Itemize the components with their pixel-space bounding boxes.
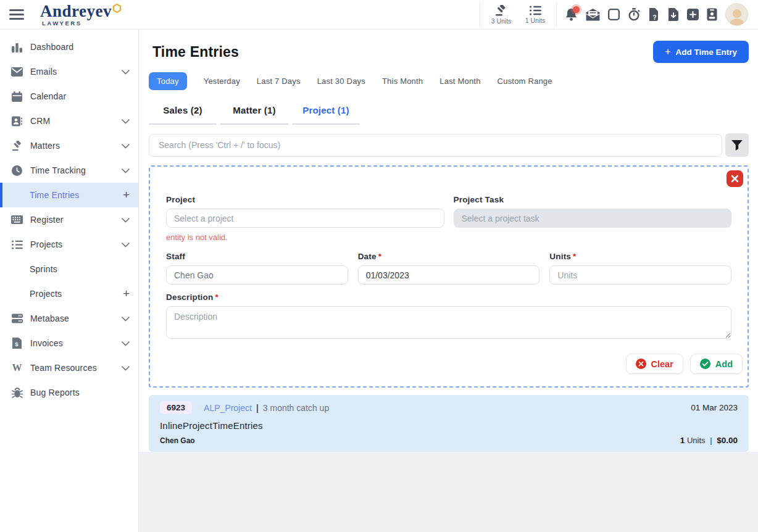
chevron-down-icon <box>122 141 130 151</box>
sidebar-item-time-entries[interactable]: Time Entries <box>0 183 138 207</box>
calendar-icon <box>11 91 23 102</box>
sidebar-item-register[interactable]: Register <box>0 207 138 232</box>
tab-project[interactable]: Project (1) <box>292 98 360 125</box>
task-units-label: 1 Units <box>525 17 546 24</box>
staff-field-group: Staff <box>166 252 348 285</box>
chevron-down-icon <box>122 338 130 348</box>
divider <box>556 2 557 27</box>
project-task-label: Project Task <box>454 195 732 204</box>
plus-icon <box>665 46 670 57</box>
mail-open-icon[interactable] <box>586 9 600 21</box>
hexagon-icon <box>112 4 122 15</box>
required-asterisk: * <box>215 293 218 302</box>
id-card-icon[interactable] <box>707 8 717 21</box>
date-filter-last-month[interactable]: Last Month <box>439 77 480 86</box>
date-filter-bar: Today Yesterday Last 7 Days Last 30 Days… <box>149 72 749 90</box>
date-filter-last-30-days[interactable]: Last 30 Days <box>317 77 365 86</box>
file-download-icon[interactable] <box>668 8 679 21</box>
date-filter-today[interactable]: Today <box>149 72 187 90</box>
staff-select[interactable] <box>166 265 348 285</box>
sidebar-item-emails[interactable]: Emails <box>0 59 138 84</box>
entry-id-badge: 6923 <box>160 401 192 414</box>
check-circle-icon <box>700 359 710 369</box>
sidebar-item-invoices[interactable]: $ Invoices <box>0 331 138 355</box>
description-textarea[interactable] <box>166 306 731 339</box>
date-filter-custom-range[interactable]: Custom Range <box>498 77 552 86</box>
list-icon <box>11 240 23 249</box>
entry-description: InlineProjectTimeEntries <box>160 420 738 431</box>
project-select[interactable] <box>166 209 444 228</box>
sidebar-item-time-tracking[interactable]: Time Tracking <box>0 158 138 183</box>
task-units-counter[interactable]: 1 Units <box>522 6 548 24</box>
hamburger-menu-icon[interactable] <box>9 7 24 22</box>
chevron-down-icon <box>122 67 130 77</box>
tab-matter[interactable]: Matter (1) <box>220 98 288 125</box>
date-label: Date* <box>358 252 540 261</box>
sidebar-item-projects-sub[interactable]: Projects <box>0 281 138 306</box>
search-input[interactable] <box>149 134 722 157</box>
project-error-text: entity is not valid. <box>166 233 444 242</box>
tab-sales[interactable]: Sales (2) <box>149 98 217 125</box>
funnel-icon <box>731 140 743 151</box>
clear-button[interactable]: Clear <box>626 354 683 374</box>
units-field-group: Units* <box>549 252 731 285</box>
matter-units-counter[interactable]: 3 Units <box>488 5 514 25</box>
entry-staff-name: Chen Gao <box>160 436 195 445</box>
contact-card-icon <box>11 116 23 127</box>
avatar[interactable] <box>725 3 748 26</box>
bell-icon[interactable] <box>565 8 578 22</box>
plus-square-icon[interactable] <box>687 9 699 20</box>
units-input[interactable] <box>549 265 731 285</box>
stopwatch-icon[interactable] <box>628 8 640 21</box>
entry-units-amount: 1 Units | $0.00 <box>680 436 738 445</box>
sidebar-item-matters[interactable]: Matters <box>0 133 138 158</box>
description-field-group: Description* <box>166 293 731 341</box>
date-filter-yesterday[interactable]: Yesterday <box>204 77 240 86</box>
x-circle-icon <box>636 359 646 369</box>
date-filter-last-7-days[interactable]: Last 7 Days <box>257 77 301 86</box>
matter-units-label: 3 Units <box>491 17 512 25</box>
inline-time-entry-form: Project entity is not valid. Project Tas… <box>149 165 749 388</box>
list-icon <box>530 6 541 15</box>
add-time-entry-button[interactable]: Add Time Entry <box>653 41 749 63</box>
file-question-icon[interactable]: ? <box>648 8 660 21</box>
divider <box>480 2 480 27</box>
sidebar-item-projects[interactable]: Projects <box>0 232 138 257</box>
topbar: Andreyev LAWYERS 3 Units 1 Units <box>0 0 758 30</box>
logo-wordmark: Andreyev <box>40 3 112 20</box>
main-area: Time Entries Add Time Entry Today Yester… <box>139 30 758 532</box>
sidebar-item-team-resources[interactable]: Team Resources <box>0 355 138 380</box>
time-entry-row[interactable]: 6923 ALP_Project | 3 month catch up 01 M… <box>149 395 749 452</box>
gavel-icon <box>495 5 507 16</box>
sidebar-item-sprints[interactable]: Sprints <box>0 257 138 281</box>
add-button[interactable]: Add <box>690 354 743 374</box>
description-label: Description* <box>166 293 731 302</box>
close-form-button[interactable] <box>727 170 743 187</box>
invoice-icon: $ <box>11 338 23 349</box>
sidebar-item-calendar[interactable]: Calendar <box>0 84 138 109</box>
sidebar-item-crm[interactable]: CRM <box>0 109 138 133</box>
bar-chart-icon <box>11 42 23 52</box>
chevron-down-icon <box>122 215 130 225</box>
required-asterisk: * <box>573 252 576 261</box>
entry-project-note: 3 month catch up <box>263 403 329 413</box>
chevron-down-icon <box>122 363 130 373</box>
plus-icon[interactable] <box>123 188 130 202</box>
filter-button[interactable] <box>725 133 749 157</box>
date-filter-this-month[interactable]: This Month <box>382 77 423 86</box>
topbar-actions: 3 Units 1 Units ? <box>480 2 758 27</box>
note-icon[interactable] <box>608 9 620 20</box>
required-asterisk: * <box>378 252 381 261</box>
sidebar-item-bug-reports[interactable]: Bug Reports <box>0 380 138 405</box>
sidebar-item-dashboard[interactable]: Dashboard <box>0 35 138 59</box>
entry-project-link[interactable]: ALP_Project <box>204 403 252 413</box>
close-icon <box>731 175 739 183</box>
project-task-select[interactable] <box>454 209 732 228</box>
project-label: Project <box>166 195 444 204</box>
project-field-group: Project entity is not valid. <box>166 195 444 242</box>
sidebar-item-metabase[interactable]: Metabase <box>0 306 138 331</box>
units-label: Units* <box>549 252 731 261</box>
date-input[interactable] <box>358 265 540 285</box>
plus-icon[interactable] <box>123 287 130 301</box>
keyboard-icon <box>11 215 23 224</box>
